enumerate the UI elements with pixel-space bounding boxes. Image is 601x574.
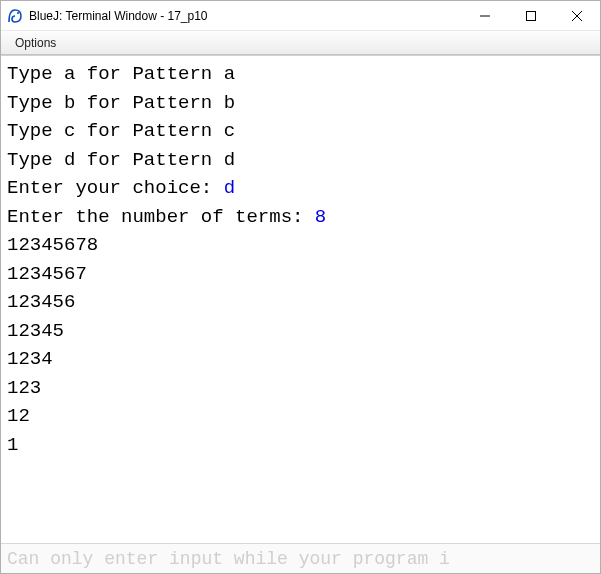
window-title: BlueJ: Terminal Window - 17_p10	[29, 9, 208, 23]
terminal-prompt-text: Enter your choice:	[7, 177, 224, 199]
terminal-line: Type a for Pattern a	[7, 60, 594, 89]
terminal-prompt-text: Enter the number of terms:	[7, 206, 315, 228]
terminal-line: Type b for Pattern b	[7, 89, 594, 118]
titlebar: BlueJ: Terminal Window - 17_p10	[1, 1, 600, 31]
terminal-line: 1234567	[7, 260, 594, 289]
terminal-prompt-text: 1	[7, 434, 18, 456]
terminal-prompt-text: 1234567	[7, 263, 87, 285]
terminal-user-input: d	[224, 177, 235, 199]
window-controls	[462, 1, 600, 30]
terminal-line: Type c for Pattern c	[7, 117, 594, 146]
terminal-window: BlueJ: Terminal Window - 17_p10 Options …	[0, 0, 601, 574]
terminal-line: Enter your choice: d	[7, 174, 594, 203]
terminal-prompt-text: 12345	[7, 320, 64, 342]
close-button[interactable]	[554, 1, 600, 31]
terminal-line: 1	[7, 431, 594, 460]
terminal-line: 12345	[7, 317, 594, 346]
maximize-button[interactable]	[508, 1, 554, 31]
terminal-line: 123	[7, 374, 594, 403]
terminal-prompt-text: Type b for Pattern b	[7, 92, 235, 114]
terminal-user-input: 8	[315, 206, 326, 228]
svg-rect-2	[527, 12, 536, 21]
terminal-prompt-text: 12345678	[7, 234, 98, 256]
terminal-prompt-text: Type c for Pattern c	[7, 120, 235, 142]
terminal-line: Type d for Pattern d	[7, 146, 594, 175]
terminal-input-disabled: Can only enter input while your program …	[1, 543, 600, 573]
minimize-button[interactable]	[462, 1, 508, 31]
terminal-prompt-text: Type a for Pattern a	[7, 63, 235, 85]
bluej-icon	[7, 8, 23, 24]
terminal-prompt-text: Type d for Pattern d	[7, 149, 235, 171]
terminal-prompt-text: 12	[7, 405, 30, 427]
terminal-prompt-text: 123456	[7, 291, 75, 313]
terminal-line: 123456	[7, 288, 594, 317]
terminal-line: 12	[7, 402, 594, 431]
menubar: Options	[1, 31, 600, 55]
terminal-prompt-text: 123	[7, 377, 41, 399]
svg-point-0	[17, 11, 19, 13]
terminal-line: 1234	[7, 345, 594, 374]
menu-options[interactable]: Options	[9, 34, 62, 52]
terminal-output: Type a for Pattern aType b for Pattern b…	[1, 55, 600, 543]
terminal-prompt-text: 1234	[7, 348, 53, 370]
terminal-line: 12345678	[7, 231, 594, 260]
terminal-line: Enter the number of terms: 8	[7, 203, 594, 232]
